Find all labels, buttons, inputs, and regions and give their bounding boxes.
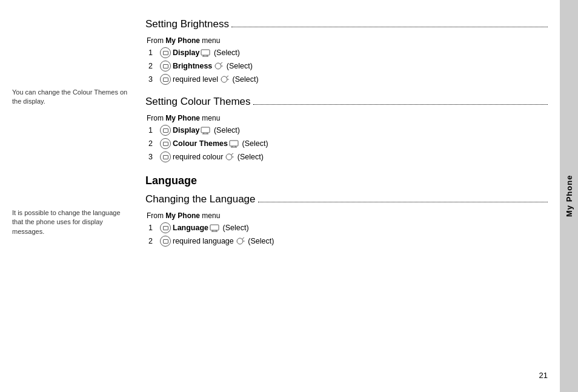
brightness-step-3: 3 required level (Select) [148, 74, 548, 85]
brightness-step-2: 2 Brightness (Select) [148, 61, 548, 71]
nav-icon-lang-1 [160, 222, 171, 233]
sidebar-note-colour: You can change the Colour Themes on the … [12, 88, 130, 107]
nav-icon-2 [160, 61, 171, 71]
changing-language-heading: Changing the Language [145, 193, 548, 205]
nav-icon-ct-3 [160, 151, 171, 162]
nav-icon-ct-2 [160, 138, 171, 149]
colour-themes-steps: 1 Display (Select) 2 Colour Themes [148, 125, 548, 162]
colour-themes-from-menu: From My Phone menu [147, 114, 548, 122]
changing-language-from-menu: From My Phone menu [147, 211, 548, 220]
colour-themes-dot-line [253, 104, 548, 105]
select-icon-3 [219, 75, 229, 84]
colour-step-3: 3 required colour (Select) [148, 151, 548, 162]
select-icon-lang-1 [210, 224, 219, 232]
svg-rect-4 [201, 127, 210, 133]
language-main-heading: Language [145, 174, 548, 187]
brightness-heading: Setting Brightness [145, 18, 548, 30]
brightness-steps: 1 Display (Select) 2 Brightness [148, 47, 548, 85]
brightness-step-1-label: Display [173, 48, 199, 57]
page-number: 21 [539, 371, 548, 380]
select-icon-ct-3 [224, 153, 234, 161]
select-icon-lang-2 [235, 237, 245, 245]
colour-step-1: 1 Display (Select) [148, 125, 548, 136]
lang-step-2: 2 required language (Select) [148, 236, 548, 247]
main-content: Setting Brightness From My Phone menu 1 … [139, 0, 560, 392]
select-icon-ct-2 [229, 139, 239, 148]
brightness-from-menu: From My Phone menu [147, 36, 548, 45]
svg-rect-12 [210, 225, 219, 230]
brightness-step-1: 1 Display (Select) [148, 47, 548, 58]
select-icon-2 [213, 62, 223, 70]
nav-icon-ct-1 [160, 125, 171, 136]
sidebar: You can change the Colour Themes on the … [0, 0, 139, 392]
changing-language-dot-line [258, 202, 548, 202]
changing-language-steps: 1 Language (Select) 2 required langu [148, 222, 548, 247]
select-icon-1 [201, 48, 210, 57]
nav-icon-lang-2 [160, 236, 171, 247]
nav-icon-1 [160, 47, 171, 58]
lang-step-1: 1 Language (Select) [148, 222, 548, 233]
changing-language-heading-text: Changing the Language [145, 193, 256, 205]
sidebar-note-language: It is possible to change the language th… [12, 208, 130, 236]
svg-rect-0 [201, 50, 210, 55]
brightness-step-2-label: Brightness [173, 62, 212, 70]
nav-icon-3 [160, 74, 171, 85]
svg-rect-8 [230, 141, 238, 146]
colour-themes-heading-text: Setting Colour Themes [145, 96, 251, 108]
colour-step-2: 2 Colour Themes (Select) [148, 138, 548, 149]
brightness-heading-text: Setting Brightness [145, 18, 229, 30]
brightness-dot-line [231, 27, 548, 27]
select-icon-ct-1 [201, 126, 210, 135]
right-tab: My Phone [560, 0, 578, 392]
colour-themes-heading: Setting Colour Themes [145, 96, 548, 108]
